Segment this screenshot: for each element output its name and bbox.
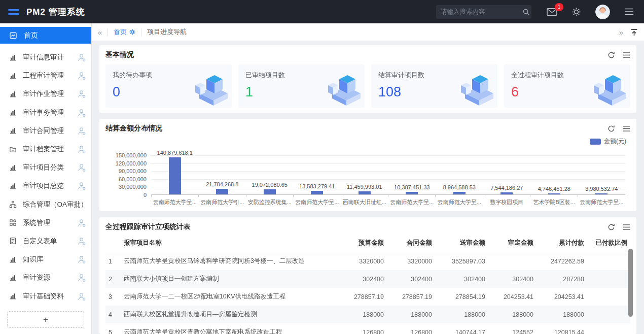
search-input[interactable] (441, 8, 522, 15)
y-tick-label: 120,000,000 (116, 160, 147, 166)
stat-label: 已审结项目数 (245, 71, 357, 80)
bar-chart-icon (9, 256, 17, 263)
sidebar-item[interactable]: 审计信息审计 (0, 48, 91, 66)
sidebar-item[interactable]: 审计资源 (0, 269, 91, 287)
x-category-label: 云南师范大学呈... (151, 198, 199, 206)
bar-value-label: 19,072,080.65 (252, 182, 288, 188)
bar-chart-icon (9, 90, 17, 98)
sidebar-item-home[interactable]: 首页 (0, 27, 91, 44)
person-gear-icon[interactable] (77, 53, 86, 62)
card-menu-icon[interactable] (623, 224, 630, 230)
bar-value-label: 7,544,186.27 (490, 185, 523, 191)
table-row: 4西南联大校区礼堂提升改造项目—房屋鉴定检测188000188000188000… (105, 306, 630, 323)
person-gear-icon[interactable] (77, 255, 86, 264)
bar-value-label: 13,583,279.41 (299, 183, 335, 189)
x-category-label: 数字校园项目 (483, 198, 531, 206)
amount-cell: 3320000 (341, 252, 387, 271)
sidebar-item[interactable]: 审计项目总览 (0, 177, 91, 195)
refresh-icon[interactable] (607, 125, 615, 132)
amount-cell: 126800 (341, 323, 387, 334)
sidebar-item[interactable]: 审计项目分类 (0, 158, 91, 177)
tabs-scroll-left-icon[interactable]: « (98, 28, 102, 37)
sidebar-item[interactable]: 自定义表单 (0, 232, 91, 250)
sidebar-toggle-icon[interactable] (8, 9, 19, 15)
bar-chart: 150,000,000120,000,00090,000,00060,000,0… (105, 155, 630, 206)
amount-cell: 140744.17 (435, 323, 488, 334)
person-gear-icon[interactable] (77, 145, 86, 154)
sidebar-item[interactable]: 审计事务管理 (0, 104, 91, 122)
y-tick-label: 60,000,000 (119, 176, 147, 182)
table-column-header: 合同金额 (387, 233, 435, 252)
table-column-header: 累计付款 (536, 233, 587, 252)
user-avatar[interactable] (595, 5, 610, 19)
search-icon[interactable] (522, 8, 530, 16)
project-name: 西南联大小镇项目一创建方案编制 (121, 270, 341, 288)
collapse-panel-icon[interactable] (630, 28, 638, 36)
card-menu-icon[interactable] (623, 125, 630, 132)
sidebar-item-label: 审计合同管理 (23, 126, 71, 136)
app-title: PM2 管理系统 (26, 6, 85, 18)
project-name: 云南师范大学呈贡校区青教公寓地下室配电系统改造工程 (121, 323, 341, 334)
sidebar-item-label: 自定义表单 (23, 237, 71, 246)
amount-cell: 302400 (387, 270, 435, 288)
person-gear-icon[interactable] (77, 218, 86, 227)
card-menu-icon[interactable] (623, 52, 630, 58)
person-gear-icon[interactable] (77, 126, 86, 136)
sidebar-item[interactable]: 系统管理 (0, 214, 91, 232)
chart-bar (406, 192, 418, 194)
person-gear-icon[interactable] (77, 237, 86, 246)
sidebar: 首页 审计信息审计工程审计管理审计作业管理审计事务管理审计合同管理审计档案管理审… (0, 23, 92, 334)
x-category-label: 云南师范大学呈... (294, 198, 341, 206)
menu-icon[interactable] (624, 8, 634, 15)
sidebar-item[interactable]: 审计档案管理 (0, 140, 91, 158)
chart-bar (216, 189, 228, 194)
sidebar-item-label: 审计作业管理 (23, 89, 71, 98)
amount-cell: 278857.19 (387, 288, 435, 306)
legend-swatch (590, 139, 601, 145)
sidebar-item-label: 审计基础资料 (23, 292, 71, 301)
stat-card: 结算审计项目数108 (371, 64, 497, 108)
amount-cell: 124552 (488, 323, 536, 334)
person-gear-icon[interactable] (77, 292, 86, 301)
sidebar-item-label: 审计项目总览 (23, 181, 71, 190)
sidebar-item[interactable]: 审计作业管理 (0, 85, 91, 103)
sidebar-item[interactable]: 工程审计管理 (0, 66, 91, 85)
mail-icon[interactable]: 1 (547, 8, 557, 16)
x-category-label: 云南师范大学呈... (436, 198, 483, 206)
sidebar-item[interactable]: 知识库 (0, 250, 91, 269)
sidebar-item[interactable]: 综合管理（OA审批） (0, 195, 91, 214)
tabs-scroll-right-icon[interactable]: » (619, 28, 623, 37)
bar-chart-icon (9, 54, 17, 61)
amount-cell: 204253.41 (488, 288, 536, 306)
stat-card: 我的待办事项0 (105, 64, 232, 108)
amount-cell (488, 252, 536, 271)
person-gear-icon[interactable] (77, 163, 86, 172)
tab-gear-icon[interactable] (129, 29, 135, 35)
row-index: 4 (105, 306, 121, 323)
chart-x-labels: 云南师范大学呈...云南师范大学引...安防监控系统集...云南师范大学呈...… (151, 198, 625, 206)
chart-bar (359, 191, 371, 194)
tab-project-progress[interactable]: 项目进度导航 (147, 27, 187, 37)
amount-cell (587, 288, 630, 306)
chart-plot: 140,879,618.121,784,268.819,072,080.6513… (151, 155, 625, 195)
global-search[interactable] (436, 5, 531, 19)
person-gear-icon[interactable] (77, 71, 86, 80)
person-gear-icon[interactable] (77, 89, 86, 98)
content-area: 基本情况 我的待办事项0已审结项目数1结算审计项目数108全过程审计项目数6 (92, 41, 644, 334)
chart-y-axis: 150,000,000120,000,00090,000,00060,000,0… (105, 155, 151, 195)
bar-value-label: 10,387,451.33 (394, 184, 430, 190)
add-menu-button[interactable]: + (7, 311, 84, 328)
sidebar-item[interactable]: 审计基础资料 (0, 287, 91, 305)
tab-home[interactable]: 首页 (114, 27, 135, 37)
form-icon (9, 237, 17, 245)
table-scrollbar-thumb[interactable] (628, 249, 633, 317)
person-gear-icon[interactable] (77, 108, 86, 117)
x-category-label: 安防监控系统集... (246, 198, 294, 206)
person-gear-icon[interactable] (77, 181, 86, 190)
person-gear-icon[interactable] (77, 273, 86, 282)
refresh-icon[interactable] (607, 223, 615, 231)
sidebar-item[interactable]: 审计合同管理 (0, 122, 91, 140)
refresh-icon[interactable] (607, 51, 615, 59)
settings-gear-icon[interactable] (571, 7, 581, 17)
amount-cell: 204253.41 (536, 288, 587, 306)
